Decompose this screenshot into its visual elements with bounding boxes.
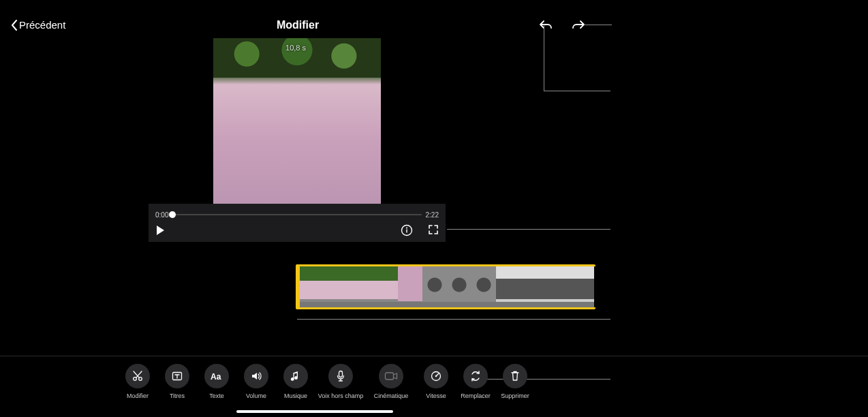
timeline-thumb[interactable]: [447, 266, 471, 307]
svg-rect-2: [406, 230, 407, 233]
current-time: 0:00: [155, 211, 168, 219]
info-button[interactable]: [401, 224, 413, 236]
tool-label: Supprimer: [501, 392, 529, 399]
svg-point-10: [435, 375, 437, 377]
scrubber[interactable]: 0:00 2:22: [155, 211, 439, 219]
trash-icon: [510, 370, 521, 382]
video-preview[interactable]: 10,8 s: [213, 38, 381, 204]
tool-label: Volume: [246, 392, 266, 399]
timeline-thumb[interactable]: [422, 266, 447, 307]
tool-text[interactable]: Aa Texte: [203, 364, 230, 399]
svg-rect-8: [386, 373, 394, 380]
clip-duration-overlay: 10,8 s: [285, 44, 306, 52]
tool-delete[interactable]: Supprimer: [501, 364, 529, 399]
tool-speed[interactable]: Vitesse: [422, 364, 450, 399]
tool-label: Cinématique: [374, 392, 409, 399]
tool-music[interactable]: Musique: [282, 364, 309, 399]
redo-button[interactable]: [571, 19, 586, 31]
play-button[interactable]: [155, 225, 165, 236]
home-indicator: [236, 410, 393, 413]
scissors-icon: [131, 370, 144, 382]
tool-label: Remplacer: [461, 392, 491, 399]
timeline-thumb[interactable]: [324, 266, 349, 307]
tool-replace[interactable]: Remplacer: [462, 364, 489, 399]
timeline-thumb[interactable]: [373, 266, 398, 307]
callout-line: [447, 229, 610, 230]
video-viewer: 10,8 s 0:00 2:22: [149, 38, 446, 242]
tool-label: Vitesse: [426, 392, 446, 399]
timeline-thumb[interactable]: [521, 266, 545, 307]
timeline-thumb[interactable]: [300, 266, 324, 307]
camera-icon: [384, 371, 398, 381]
cycle-icon: [469, 370, 482, 382]
timeline-thumb[interactable]: [349, 266, 373, 307]
tool-label: Musique: [284, 392, 307, 399]
page-title: Modifier: [0, 19, 732, 31]
tool-label: Titres: [170, 392, 185, 399]
playback-controls: 0:00 2:22: [149, 204, 446, 242]
fullscreen-button[interactable]: [428, 224, 439, 236]
tool-cinematic[interactable]: Cinématique: [372, 364, 410, 399]
tool-voiceover[interactable]: Voix hors champ: [322, 364, 360, 399]
timeline-thumb[interactable]: [545, 266, 570, 307]
undo-button[interactable]: [538, 19, 553, 31]
title-box-icon: [171, 370, 183, 382]
note-icon: [290, 370, 301, 382]
mic-icon: [336, 370, 345, 382]
tool-label: Texte: [209, 392, 224, 399]
callout-line: [544, 25, 544, 91]
scrubber-track[interactable]: [172, 214, 421, 215]
tool-titles[interactable]: Titres: [164, 364, 191, 399]
header: Précédent Modifier: [0, 0, 868, 38]
tool-edit[interactable]: Modifier: [124, 364, 151, 399]
toolbar-separator: [0, 356, 868, 356]
svg-text:Aa: Aa: [211, 372, 221, 382]
callout-line: [544, 91, 610, 91]
toolbar: Modifier Titres Aa Texte Volume Musique …: [0, 364, 868, 399]
callout-line: [585, 25, 612, 25]
svg-rect-7: [339, 371, 343, 377]
speaker-icon: [250, 370, 262, 382]
tool-label: Modifier: [127, 392, 149, 399]
gauge-icon: [430, 370, 442, 382]
timeline[interactable]: T: [296, 264, 595, 312]
tool-label: Voix hors champ: [318, 392, 364, 399]
timeline-thumb[interactable]: [570, 266, 594, 307]
total-time: 2:22: [426, 211, 439, 219]
timeline-thumb[interactable]: [398, 266, 422, 307]
scrubber-knob[interactable]: [169, 211, 176, 218]
callout-line: [297, 319, 610, 320]
timeline-thumb[interactable]: [471, 266, 496, 307]
aa-icon: Aa: [210, 371, 223, 382]
tool-volume[interactable]: Volume: [243, 364, 270, 399]
svg-point-1: [406, 228, 407, 229]
timeline-thumb[interactable]: [496, 266, 521, 307]
undo-redo-group: [538, 19, 586, 31]
